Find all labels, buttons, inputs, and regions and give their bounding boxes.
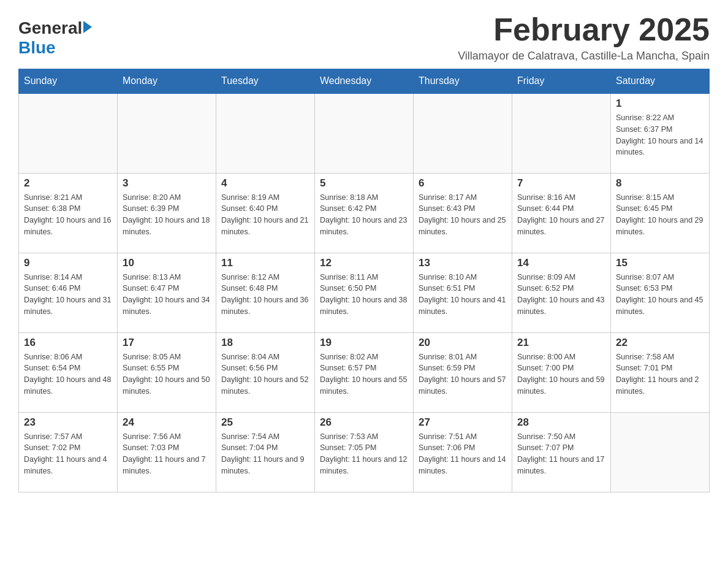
calendar-cell (315, 93, 414, 173)
calendar-cell (118, 93, 216, 173)
day-info: Sunrise: 7:53 AM Sunset: 7:05 PM Dayligh… (320, 431, 408, 477)
day-number: 22 (616, 337, 704, 349)
day-number: 4 (221, 177, 309, 190)
weekday-header-monday: Monday (118, 69, 216, 94)
calendar-cell: 11Sunrise: 8:12 AM Sunset: 6:48 PM Dayli… (216, 253, 315, 332)
logo-blue-text: Blue (18, 38, 92, 58)
calendar-cell: 15Sunrise: 8:07 AM Sunset: 6:53 PM Dayli… (611, 253, 710, 332)
day-info: Sunrise: 8:09 AM Sunset: 6:52 PM Dayligh… (517, 272, 605, 318)
day-number: 6 (419, 177, 507, 190)
day-info: Sunrise: 7:54 AM Sunset: 7:04 PM Dayligh… (221, 431, 309, 477)
day-info: Sunrise: 7:56 AM Sunset: 7:03 PM Dayligh… (123, 431, 211, 477)
day-number: 11 (221, 257, 309, 269)
day-number: 19 (320, 337, 408, 349)
day-number: 25 (221, 416, 309, 429)
calendar-cell: 23Sunrise: 7:57 AM Sunset: 7:02 PM Dayli… (19, 412, 118, 492)
day-info: Sunrise: 8:10 AM Sunset: 6:51 PM Dayligh… (419, 272, 507, 318)
calendar-cell: 18Sunrise: 8:04 AM Sunset: 6:56 PM Dayli… (216, 332, 315, 412)
day-number: 1 (616, 98, 704, 110)
day-number: 26 (320, 416, 408, 429)
day-number: 27 (419, 416, 507, 429)
calendar-cell: 4Sunrise: 8:19 AM Sunset: 6:40 PM Daylig… (216, 173, 315, 253)
day-info: Sunrise: 7:58 AM Sunset: 7:01 PM Dayligh… (616, 351, 704, 397)
calendar-cell: 19Sunrise: 8:02 AM Sunset: 6:57 PM Dayli… (315, 332, 414, 412)
title-section: February 2025 Villamayor de Calatrava, C… (458, 12, 710, 63)
week-row-2: 2Sunrise: 8:21 AM Sunset: 6:38 PM Daylig… (19, 173, 710, 253)
day-number: 23 (24, 416, 112, 429)
calendar-table: SundayMondayTuesdayWednesdayThursdayFrid… (18, 69, 710, 492)
logo: General Blue (18, 18, 92, 58)
day-number: 28 (517, 416, 605, 429)
calendar-cell: 26Sunrise: 7:53 AM Sunset: 7:05 PM Dayli… (315, 412, 414, 492)
day-info: Sunrise: 8:22 AM Sunset: 6:37 PM Dayligh… (616, 112, 704, 158)
day-info: Sunrise: 7:50 AM Sunset: 7:07 PM Dayligh… (517, 431, 605, 477)
day-number: 8 (616, 177, 704, 190)
day-info: Sunrise: 8:00 AM Sunset: 7:00 PM Dayligh… (517, 351, 605, 397)
day-info: Sunrise: 8:07 AM Sunset: 6:53 PM Dayligh… (616, 272, 704, 318)
day-number: 12 (320, 257, 408, 269)
calendar-cell: 3Sunrise: 8:20 AM Sunset: 6:39 PM Daylig… (118, 173, 216, 253)
day-number: 14 (517, 257, 605, 269)
weekday-header-saturday: Saturday (611, 69, 710, 94)
day-info: Sunrise: 8:06 AM Sunset: 6:54 PM Dayligh… (24, 351, 112, 397)
page-header: General Blue February 2025 Villamayor de… (18, 12, 710, 63)
location-subtitle: Villamayor de Calatrava, Castille-La Man… (458, 50, 710, 63)
logo-arrow-icon (83, 21, 92, 33)
calendar-cell: 21Sunrise: 8:00 AM Sunset: 7:00 PM Dayli… (512, 332, 611, 412)
day-info: Sunrise: 8:13 AM Sunset: 6:47 PM Dayligh… (123, 272, 211, 318)
calendar-cell (19, 93, 118, 173)
day-info: Sunrise: 8:15 AM Sunset: 6:45 PM Dayligh… (616, 192, 704, 238)
day-number: 10 (123, 257, 211, 269)
calendar-cell: 24Sunrise: 7:56 AM Sunset: 7:03 PM Dayli… (118, 412, 216, 492)
day-info: Sunrise: 8:14 AM Sunset: 6:46 PM Dayligh… (24, 272, 112, 318)
day-number: 3 (123, 177, 211, 190)
day-info: Sunrise: 8:12 AM Sunset: 6:48 PM Dayligh… (221, 272, 309, 318)
day-number: 24 (123, 416, 211, 429)
calendar-cell (611, 412, 710, 492)
calendar-cell: 22Sunrise: 7:58 AM Sunset: 7:01 PM Dayli… (611, 332, 710, 412)
day-number: 18 (221, 337, 309, 349)
logo-general: General (18, 18, 92, 38)
day-info: Sunrise: 8:16 AM Sunset: 6:44 PM Dayligh… (517, 192, 605, 238)
calendar-cell: 7Sunrise: 8:16 AM Sunset: 6:44 PM Daylig… (512, 173, 611, 253)
day-info: Sunrise: 8:18 AM Sunset: 6:42 PM Dayligh… (320, 192, 408, 238)
week-row-3: 9Sunrise: 8:14 AM Sunset: 6:46 PM Daylig… (19, 253, 710, 332)
calendar-cell: 28Sunrise: 7:50 AM Sunset: 7:07 PM Dayli… (512, 412, 611, 492)
weekday-header-thursday: Thursday (414, 69, 512, 94)
calendar-cell: 10Sunrise: 8:13 AM Sunset: 6:47 PM Dayli… (118, 253, 216, 332)
weekday-header-sunday: Sunday (19, 69, 118, 94)
calendar-cell: 9Sunrise: 8:14 AM Sunset: 6:46 PM Daylig… (19, 253, 118, 332)
calendar-cell (216, 93, 315, 173)
day-number: 9 (24, 257, 112, 269)
day-number: 13 (419, 257, 507, 269)
day-info: Sunrise: 8:01 AM Sunset: 6:59 PM Dayligh… (419, 351, 507, 397)
calendar-cell (414, 93, 512, 173)
calendar-cell: 12Sunrise: 8:11 AM Sunset: 6:50 PM Dayli… (315, 253, 414, 332)
calendar-cell: 14Sunrise: 8:09 AM Sunset: 6:52 PM Dayli… (512, 253, 611, 332)
day-info: Sunrise: 8:02 AM Sunset: 6:57 PM Dayligh… (320, 351, 408, 397)
day-info: Sunrise: 8:05 AM Sunset: 6:55 PM Dayligh… (123, 351, 211, 397)
calendar-cell: 6Sunrise: 8:17 AM Sunset: 6:43 PM Daylig… (414, 173, 512, 253)
calendar-cell: 16Sunrise: 8:06 AM Sunset: 6:54 PM Dayli… (19, 332, 118, 412)
calendar-cell: 17Sunrise: 8:05 AM Sunset: 6:55 PM Dayli… (118, 332, 216, 412)
day-info: Sunrise: 8:20 AM Sunset: 6:39 PM Dayligh… (123, 192, 211, 238)
day-info: Sunrise: 8:17 AM Sunset: 6:43 PM Dayligh… (419, 192, 507, 238)
day-number: 15 (616, 257, 704, 269)
calendar-cell: 8Sunrise: 8:15 AM Sunset: 6:45 PM Daylig… (611, 173, 710, 253)
day-info: Sunrise: 8:21 AM Sunset: 6:38 PM Dayligh… (24, 192, 112, 238)
calendar-cell: 13Sunrise: 8:10 AM Sunset: 6:51 PM Dayli… (414, 253, 512, 332)
day-info: Sunrise: 8:11 AM Sunset: 6:50 PM Dayligh… (320, 272, 408, 318)
week-row-5: 23Sunrise: 7:57 AM Sunset: 7:02 PM Dayli… (19, 412, 710, 492)
day-number: 7 (517, 177, 605, 190)
day-number: 16 (24, 337, 112, 349)
calendar-cell (512, 93, 611, 173)
day-number: 20 (419, 337, 507, 349)
day-info: Sunrise: 8:19 AM Sunset: 6:40 PM Dayligh… (221, 192, 309, 238)
day-number: 21 (517, 337, 605, 349)
week-row-1: 1Sunrise: 8:22 AM Sunset: 6:37 PM Daylig… (19, 93, 710, 173)
day-info: Sunrise: 7:57 AM Sunset: 7:02 PM Dayligh… (24, 431, 112, 477)
calendar-cell: 25Sunrise: 7:54 AM Sunset: 7:04 PM Dayli… (216, 412, 315, 492)
weekday-header-tuesday: Tuesday (216, 69, 315, 94)
weekday-header-wednesday: Wednesday (315, 69, 414, 94)
weekday-header-row: SundayMondayTuesdayWednesdayThursdayFrid… (19, 69, 710, 94)
